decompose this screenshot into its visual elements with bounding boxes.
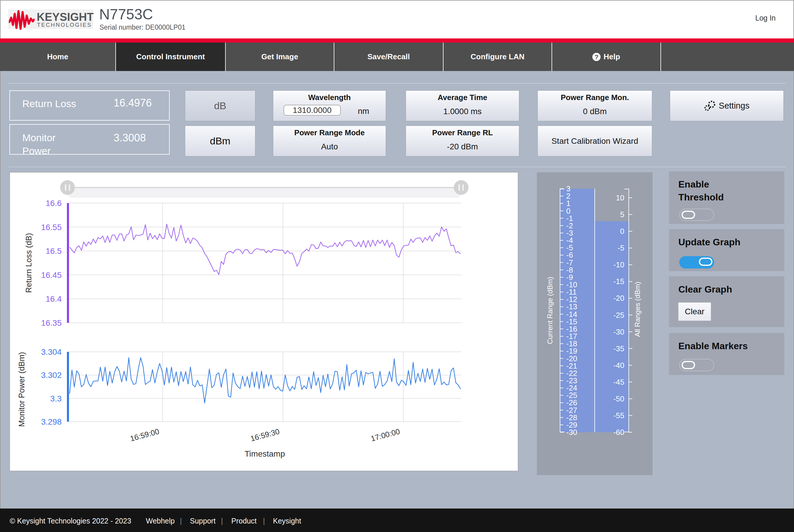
svg-text:16.5: 16.5 xyxy=(46,246,62,255)
svg-text:-10: -10 xyxy=(613,260,624,269)
svg-text:-45: -45 xyxy=(613,378,624,386)
svg-text:17:00:00: 17:00:00 xyxy=(370,427,401,443)
svg-text:-35: -35 xyxy=(613,344,624,353)
svg-text:16.35: 16.35 xyxy=(41,318,62,327)
svg-text:-55: -55 xyxy=(613,411,624,420)
svg-text:-30: -30 xyxy=(566,428,578,437)
svg-text:16:59:00: 16:59:00 xyxy=(129,427,160,443)
svg-text:16.4: 16.4 xyxy=(46,294,62,303)
svg-text:Current Range (dBm): Current Range (dBm) xyxy=(546,277,554,344)
svg-text:-15: -15 xyxy=(613,277,624,286)
svg-text:0: 0 xyxy=(620,227,624,235)
svg-text:-25: -25 xyxy=(613,311,624,320)
svg-text:5: 5 xyxy=(620,210,624,219)
svg-text:3.298: 3.298 xyxy=(41,417,62,426)
svg-text:10: 10 xyxy=(616,193,624,202)
svg-text:-20: -20 xyxy=(613,294,624,303)
svg-text:-30: -30 xyxy=(613,327,624,336)
svg-text:-5: -5 xyxy=(618,244,624,252)
svg-text:-50: -50 xyxy=(613,394,624,403)
svg-text:-40: -40 xyxy=(613,361,624,370)
svg-text:16:59:30: 16:59:30 xyxy=(249,427,281,443)
svg-text:16.55: 16.55 xyxy=(41,223,62,232)
svg-text:-60: -60 xyxy=(613,428,624,437)
svg-text:16.45: 16.45 xyxy=(41,270,62,280)
svg-text:16.6: 16.6 xyxy=(46,199,62,208)
svg-text:Return Loss (dB): Return Loss (dB) xyxy=(24,233,33,293)
svg-text:Timestamp: Timestamp xyxy=(245,449,285,458)
svg-text:3.302: 3.302 xyxy=(41,370,62,380)
svg-text:3.3: 3.3 xyxy=(50,394,62,403)
svg-text:3.304: 3.304 xyxy=(41,347,62,357)
svg-text:Monitor Power (dBm): Monitor Power (dBm) xyxy=(17,352,26,427)
svg-text:All Ranges (dBm): All Ranges (dBm) xyxy=(634,282,641,337)
